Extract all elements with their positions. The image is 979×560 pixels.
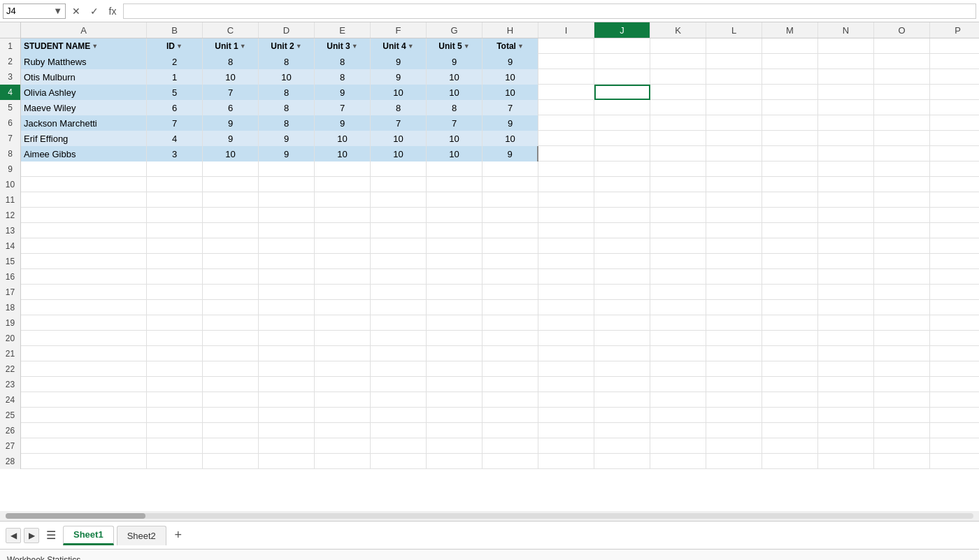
cell-A8[interactable]: Aimee Gibbs <box>21 146 147 161</box>
sheet-tab-sheet2[interactable]: Sheet2 <box>117 526 166 545</box>
cell-D2[interactable]: 8 <box>259 54 315 69</box>
cell-B19[interactable] <box>147 315 203 331</box>
cell-H2[interactable]: 9 <box>483 54 538 69</box>
cell-D6[interactable]: 8 <box>259 115 315 131</box>
filter-icon-unit4[interactable]: ▼ <box>408 43 414 50</box>
cell-G14[interactable] <box>427 238 483 254</box>
cell-H13[interactable] <box>483 223 538 238</box>
cell-M4[interactable] <box>762 85 818 100</box>
cell-L25[interactable] <box>706 408 762 423</box>
cell-N18[interactable] <box>818 300 874 315</box>
cell-F11[interactable] <box>371 192 427 208</box>
cell-B10[interactable] <box>147 177 203 192</box>
cell-L21[interactable] <box>706 346 762 361</box>
cell-C21[interactable] <box>203 346 259 361</box>
cell-L6[interactable] <box>706 115 762 131</box>
cell-J27[interactable] <box>594 438 650 454</box>
cell-E10[interactable] <box>315 177 371 192</box>
cell-F28[interactable] <box>371 454 427 469</box>
cell-H5[interactable]: 7 <box>483 100 538 115</box>
cell-L12[interactable] <box>706 208 762 223</box>
column-header-B[interactable]: B <box>147 22 203 38</box>
cell-M13[interactable] <box>762 223 818 238</box>
cell-D22[interactable] <box>259 361 315 377</box>
prev-sheet-button[interactable]: ◀ <box>6 528 21 543</box>
cell-A26[interactable] <box>21 423 147 438</box>
cell-B2[interactable]: 2 <box>147 54 203 69</box>
cell-O22[interactable] <box>874 361 930 377</box>
cell-A10[interactable] <box>21 177 147 192</box>
cell-C7[interactable]: 9 <box>203 131 259 146</box>
column-header-I[interactable]: I <box>538 22 594 38</box>
filter-icon-id[interactable]: ▼ <box>176 43 183 50</box>
cell-O14[interactable] <box>874 238 930 254</box>
cell-H25[interactable] <box>483 408 538 423</box>
cell-I7[interactable] <box>538 131 594 146</box>
cell-E27[interactable] <box>315 438 371 454</box>
cell-J5[interactable] <box>594 100 650 115</box>
cell-B7[interactable]: 4 <box>147 131 203 146</box>
cell-B17[interactable] <box>147 285 203 300</box>
cell-F20[interactable] <box>371 331 427 346</box>
column-header-O[interactable]: O <box>874 22 930 38</box>
cell-N10[interactable] <box>818 177 874 192</box>
cell-J13[interactable] <box>594 223 650 238</box>
cell-H24[interactable] <box>483 392 538 408</box>
cell-G5[interactable]: 8 <box>427 100 483 115</box>
cell-M16[interactable] <box>762 269 818 285</box>
cell-L22[interactable] <box>706 361 762 377</box>
cell-L23[interactable] <box>706 377 762 392</box>
cell-I9[interactable] <box>538 161 594 177</box>
cell-N15[interactable] <box>818 254 874 269</box>
cell-J16[interactable] <box>594 269 650 285</box>
column-header-N[interactable]: N <box>818 22 874 38</box>
cell-F22[interactable] <box>371 361 427 377</box>
cell-J21[interactable] <box>594 346 650 361</box>
cell-I24[interactable] <box>538 392 594 408</box>
cell-H8[interactable]: 9 <box>483 146 538 161</box>
cell-E6[interactable]: 9 <box>315 115 371 131</box>
cell-J14[interactable] <box>594 238 650 254</box>
cell-F25[interactable] <box>371 408 427 423</box>
cell-H16[interactable] <box>483 269 538 285</box>
cell-J10[interactable] <box>594 177 650 192</box>
cell-D15[interactable] <box>259 254 315 269</box>
cell-G27[interactable] <box>427 438 483 454</box>
cell-G12[interactable] <box>427 208 483 223</box>
cell-C20[interactable] <box>203 331 259 346</box>
cell-J8[interactable] <box>594 146 650 161</box>
cell-E21[interactable] <box>315 346 371 361</box>
cell-H27[interactable] <box>483 438 538 454</box>
cell-J28[interactable] <box>594 454 650 469</box>
cell-L1[interactable] <box>706 38 762 54</box>
cell-F12[interactable] <box>371 208 427 223</box>
cell-H10[interactable] <box>483 177 538 192</box>
cell-A7[interactable]: Erif Effiong <box>21 131 147 146</box>
cell-M2[interactable] <box>762 54 818 69</box>
cell-P2[interactable] <box>930 54 979 69</box>
cell-D19[interactable] <box>259 315 315 331</box>
cell-O15[interactable] <box>874 254 930 269</box>
cell-H18[interactable] <box>483 300 538 315</box>
column-header-E[interactable]: E <box>315 22 371 38</box>
filter-icon-student-name[interactable]: ▼ <box>92 43 98 50</box>
cell-P17[interactable] <box>930 285 979 300</box>
cell-D9[interactable] <box>259 161 315 177</box>
cell-J11[interactable] <box>594 192 650 208</box>
cell-I10[interactable] <box>538 177 594 192</box>
cell-I16[interactable] <box>538 269 594 285</box>
cell-B26[interactable] <box>147 423 203 438</box>
cell-K9[interactable] <box>650 161 706 177</box>
cell-D17[interactable] <box>259 285 315 300</box>
cell-C3[interactable]: 10 <box>203 69 259 85</box>
cell-N4[interactable] <box>818 85 874 100</box>
cell-P14[interactable] <box>930 238 979 254</box>
cell-N6[interactable] <box>818 115 874 131</box>
cell-D16[interactable] <box>259 269 315 285</box>
cell-L10[interactable] <box>706 177 762 192</box>
cell-M24[interactable] <box>762 392 818 408</box>
cell-L7[interactable] <box>706 131 762 146</box>
cell-O13[interactable] <box>874 223 930 238</box>
scrollbar-track[interactable] <box>6 513 973 519</box>
cell-H19[interactable] <box>483 315 538 331</box>
